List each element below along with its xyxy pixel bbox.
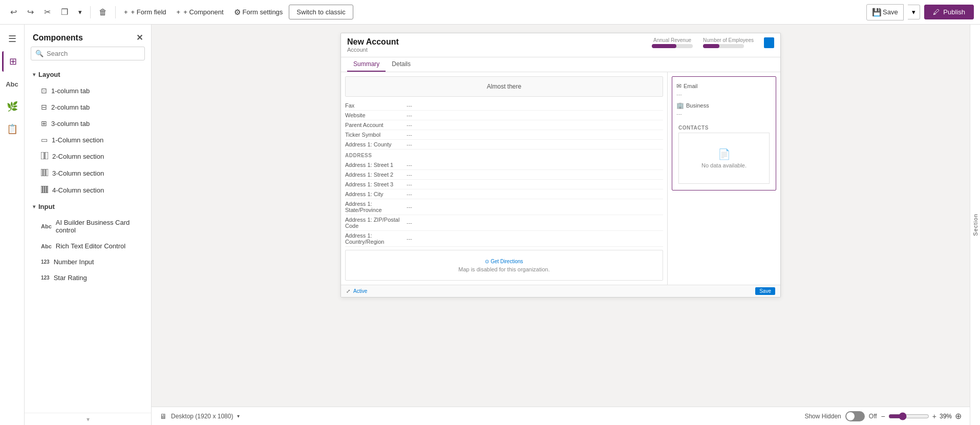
comp-item-4-column-section[interactable]: 4-Column section (25, 182, 151, 199)
show-hidden-toggle[interactable] (845, 411, 865, 421)
form-top-button[interactable] (764, 37, 774, 48)
components-panel-title: Components (33, 33, 83, 42)
zoom-fit-button[interactable]: ⊕ (955, 411, 962, 421)
form-status-bar: ⤢ Active Save (341, 285, 780, 297)
zoom-in-button[interactable]: + (932, 412, 936, 420)
form-field-button[interactable]: + + Form field (120, 6, 171, 18)
redo-icon: ↪ (27, 7, 34, 17)
field-country-label: Address 1: Country/Region (345, 232, 407, 245)
annual-revenue-bar-fill (652, 44, 676, 48)
comp-item-ai-builder[interactable]: Abc AI Builder Business Card control (25, 215, 151, 238)
copy-dropdown-icon: ▾ (78, 8, 82, 16)
switch-classic-button[interactable]: Switch to classic (289, 5, 353, 19)
form-title-area: New Account Account (347, 37, 399, 53)
device-dropdown-icon[interactable]: ▾ (237, 413, 240, 419)
email-icon: ✉ (676, 82, 681, 90)
business-label: Business (686, 102, 709, 109)
comp-item-rich-text[interactable]: Abc Rich Text Editor Control (25, 238, 151, 254)
field-street3: Address 1: Street 3 --- (345, 180, 663, 189)
layout-section-header[interactable]: ▾ Layout (25, 67, 151, 82)
email-label: Email (684, 83, 698, 89)
hamburger-icon: ☰ (8, 33, 16, 45)
field-fax: Fax --- (345, 101, 663, 111)
expand-icon: ⤢ (346, 288, 350, 294)
search-box[interactable]: 🔍 (31, 47, 145, 60)
form-right: ✉ Email --- 🏢 Business --- CONTACTS (668, 72, 780, 285)
component-button[interactable]: + + Component (173, 6, 228, 18)
zoom-out-button[interactable]: − (881, 412, 885, 420)
four-column-section-label: 4-Column section (52, 186, 104, 194)
panel-close-button[interactable]: ✕ (136, 33, 143, 42)
form-tabs: Summary Details (341, 57, 780, 72)
copy-button[interactable]: ❐ (57, 5, 72, 19)
comp-item-3-column-tab[interactable]: ⊞ 3-column tab (25, 115, 151, 132)
field-country: Address 1: Country/Region --- (345, 231, 663, 247)
zoom-percentage: 39% (940, 413, 952, 420)
zoom-slider[interactable] (888, 412, 929, 420)
form-save-button[interactable]: Save (755, 287, 775, 295)
contacts-empty-icon: 📄 (718, 148, 731, 160)
cut-button[interactable]: ✂ (40, 5, 55, 19)
components-list: ▾ Layout ⊡ 1-column tab ⊟ 2-column tab ⊞… (25, 65, 151, 413)
copy-icon: ❐ (61, 7, 68, 17)
field-city: Address 1: City --- (345, 189, 663, 199)
save-dropdown-icon: ▾ (912, 8, 915, 16)
comp-item-1-column-section[interactable]: ▭ 1-Column section (25, 132, 151, 148)
form-field-label: + Form field (131, 8, 166, 16)
comp-item-2-column-section[interactable]: 2-Column section (25, 148, 151, 165)
field-address-county-value: --- (407, 141, 412, 147)
comp-item-3-column-section[interactable]: 3-Column section (25, 165, 151, 182)
form-settings-button[interactable]: ⚙ Form settings (230, 6, 287, 19)
cut-icon: ✂ (44, 7, 51, 17)
search-input[interactable] (47, 50, 140, 57)
map-box: ⊙ Get Directions Map is disabled for thi… (345, 250, 663, 281)
field-parent-account-value: --- (407, 122, 412, 128)
two-column-tab-icon: ⊟ (41, 103, 47, 111)
sidebar-item-table-columns[interactable]: Abc (2, 74, 23, 94)
form-body: Almost there Fax --- Website --- (341, 72, 780, 285)
save-dropdown-button[interactable]: ▾ (908, 5, 920, 19)
business-value: --- (676, 111, 772, 117)
canvas-bottom-bar: 🖥 Desktop (1920 x 1080) ▾ Show Hidden Of… (152, 407, 970, 425)
copy-dropdown-button[interactable]: ▾ (74, 6, 86, 18)
email-item: ✉ Email (676, 81, 772, 91)
comp-item-star-rating[interactable]: 123 Star Rating (25, 270, 151, 286)
field-address-county: Address 1: County --- (345, 140, 663, 150)
star-rating-icon: 123 (41, 275, 50, 281)
comp-item-number-input[interactable]: 123 Number Input (25, 254, 151, 270)
one-column-tab-label: 1-column tab (51, 87, 90, 95)
status-active-label: Active (353, 288, 367, 294)
sidebar-item-components[interactable]: ⊞ (2, 51, 23, 72)
comp-item-1-column-tab[interactable]: ⊡ 1-column tab (25, 82, 151, 99)
right-panel-label: Section (972, 214, 978, 236)
right-section-panel[interactable]: Section (970, 25, 980, 425)
field-fax-value: --- (407, 102, 412, 109)
employees-bar-fill (703, 44, 719, 48)
field-website: Website --- (345, 111, 663, 120)
sidebar-item-tree-view[interactable]: 🌿 (2, 96, 23, 117)
components-icon: ⊞ (9, 56, 17, 67)
delete-button[interactable]: 🗑 (95, 6, 111, 19)
sidebar-item-form-libraries[interactable]: 📋 (2, 119, 23, 139)
tab-details[interactable]: Details (386, 57, 417, 72)
publish-label: Publish (943, 8, 965, 16)
get-directions-button[interactable]: ⊙ Get Directions (485, 259, 523, 264)
publish-button[interactable]: 🖊 Publish (924, 5, 974, 19)
tab-summary[interactable]: Summary (347, 57, 386, 72)
comp-item-2-column-tab[interactable]: ⊟ 2-column tab (25, 99, 151, 115)
field-country-value: --- (407, 236, 412, 242)
form-libraries-icon: 📋 (7, 123, 18, 135)
input-section-header[interactable]: ▾ Input (25, 199, 151, 215)
field-website-label: Website (345, 112, 407, 118)
field-ticker-symbol-value: --- (407, 132, 412, 138)
hamburger-menu-button[interactable]: ☰ (2, 29, 23, 49)
three-column-tab-label: 3-column tab (51, 120, 90, 128)
redo-button[interactable]: ↪ (23, 5, 38, 19)
field-city-label: Address 1: City (345, 191, 407, 197)
save-button[interactable]: 💾 Save (866, 4, 904, 20)
form-field-plus-icon: + (124, 8, 128, 16)
ai-builder-label: AI Builder Business Card control (56, 219, 143, 234)
contacts-empty-text: No data available. (701, 162, 747, 168)
undo-button[interactable]: ↩ (6, 5, 21, 19)
sidebar-icons: ☰ ⊞ Abc 🌿 📋 (0, 25, 25, 425)
